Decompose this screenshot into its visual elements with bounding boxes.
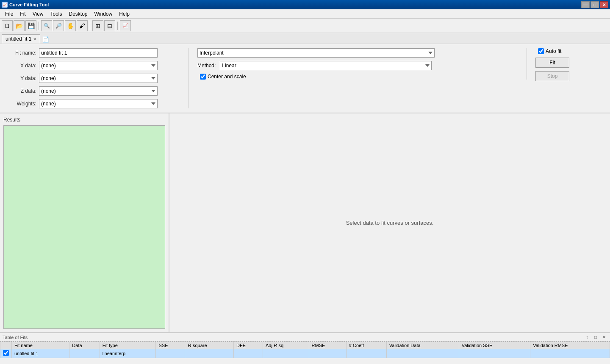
app-icon: 📈 [2,2,8,8]
new-tab-button[interactable]: 📄 [41,35,50,44]
app-title: Curve Fitting Tool [9,2,49,7]
weights-select[interactable]: (none) [39,99,158,108]
method-select[interactable]: Linear [220,61,432,70]
curve-fit-icon[interactable]: 📈 [120,20,131,31]
method-row: Method: Linear [197,61,518,70]
col-sse[interactable]: SSE [156,342,185,349]
open-button[interactable]: 📂 [14,20,25,31]
data-inputs: Fit name: X data: (none) Y data: (none) … [7,48,189,108]
tab-label: untitled fit 1 [6,36,31,42]
col-validation-rmse[interactable]: Validation RMSE [530,342,610,349]
fit-settings: Interpolant Method: Linear Center and sc… [189,48,527,80]
auto-fit-row: Auto fit [538,48,561,54]
col-adj-rsq[interactable]: Adj R-sq [263,342,309,349]
pan-button[interactable]: ✋ [65,20,76,31]
toolbar-separator-1 [39,22,39,30]
results-title: Results [3,117,165,123]
table-title: Table of Fits [3,335,28,340]
z-data-select[interactable]: (none) [39,86,158,96]
col-dfe[interactable]: DFE [234,342,263,349]
cell-dfe [234,349,263,358]
menu-window[interactable]: Window [91,10,116,18]
results-panel: Results [0,113,169,332]
auto-fit-label: Auto fit [546,48,561,54]
maximize-button[interactable]: □ [591,1,599,8]
y-data-label: Y data: [7,75,36,81]
toolbar-separator-3 [117,22,118,30]
center-scale-row: Center and scale [200,74,518,80]
menu-fit[interactable]: Fit [17,10,29,18]
tab-close-button[interactable]: ✕ [33,37,36,41]
center-scale-checkbox[interactable] [200,74,206,80]
table-expand-button[interactable]: ↕ [584,334,591,341]
table-row[interactable]: untitled fit 1 linearinterp [0,349,610,358]
col-rmse[interactable]: RMSE [309,342,346,349]
col-validation-sse[interactable]: Validation SSE [459,342,530,349]
fit-name-input[interactable] [39,48,158,58]
fits-table: Fit name Data Fit type SSE R-square DFE … [0,342,610,358]
table-float-button[interactable]: □ [592,334,599,341]
stop-button[interactable]: Stop [535,71,569,81]
col-validation-data[interactable]: Validation Data [386,342,459,349]
cell-rsquare [185,349,234,358]
toolbar: 🗋 📂 💾 🔍 🔎 ✋ 🖌 ⊞ ⊟ 📈 [0,19,610,33]
x-data-select[interactable]: (none) [39,61,158,70]
title-bar: 📈 Curve Fitting Tool — □ ✕ [0,0,610,9]
zoom-out-button[interactable]: 🔎 [53,20,64,31]
menu-tools[interactable]: Tools [47,10,65,18]
auto-fit-checkbox[interactable] [538,48,544,54]
brush-button[interactable]: 🖌 [77,20,88,31]
fit-name-row: Fit name: [7,48,180,58]
grid-toggle-button[interactable]: ⊞ [92,20,103,31]
cell-validation-data [386,349,459,358]
toolbar-separator-2 [90,22,90,30]
y-data-select[interactable]: (none) [39,74,158,83]
top-panel: Fit name: X data: (none) Y data: (none) … [0,44,610,113]
z-data-label: Z data: [7,88,36,94]
weights-row: Weights: (none) [7,99,180,108]
tab-untitled-fit-1[interactable]: untitled fit 1 ✕ [2,34,40,44]
minimize-button[interactable]: — [581,1,590,8]
col-coeff[interactable]: # Coeff [346,342,386,349]
results-area [3,125,165,329]
table-close-button[interactable]: ✕ [601,334,607,341]
fit-type-select[interactable]: Interpolant [197,48,435,58]
middle-section: Results Select data to fit curves or sur… [0,113,610,332]
zoom-in-button[interactable]: 🔍 [41,20,52,31]
fit-type-row: Interpolant [197,48,518,58]
col-rsquare[interactable]: R-square [185,342,234,349]
new-button[interactable]: 🗋 [2,20,13,31]
cell-fit-type: linearinterp [100,349,156,358]
fit-button[interactable]: Fit [535,58,569,68]
col-fit-name[interactable]: Fit name [12,342,69,349]
y-data-row: Y data: (none) [7,74,180,83]
method-label: Method: [197,63,216,69]
cell-validation-sse [459,349,530,358]
menu-file[interactable]: File [2,10,17,18]
menu-help[interactable]: Help [116,10,133,18]
x-data-row: X data: (none) [7,61,180,70]
cell-fit-name: untitled fit 1 [12,349,69,358]
col-checkbox [0,342,12,349]
cell-adj-rsq [263,349,309,358]
close-button[interactable]: ✕ [600,1,608,8]
main-content: Fit name: X data: (none) Y data: (none) … [0,44,610,364]
x-data-label: X data: [7,63,36,69]
plot-area: Select data to fit curves or surfaces. [169,113,610,332]
menu-desktop[interactable]: Desktop [66,10,91,18]
table-header-bar: Table of Fits ↕ □ ✕ [0,333,610,342]
col-data[interactable]: Data [69,342,100,349]
cell-coeff [346,349,386,358]
weights-label: Weights: [7,101,36,107]
tab-bar: untitled fit 1 ✕ 📄 [0,33,610,44]
cell-rmse [309,349,346,358]
save-button[interactable]: 💾 [25,20,36,31]
legend-button[interactable]: ⊟ [104,20,115,31]
menu-bar: File Fit View Tools Desktop Window Help [0,9,610,19]
col-fit-type[interactable]: Fit type [100,342,156,349]
row-checkbox[interactable] [3,350,9,356]
table-of-fits: Table of Fits ↕ □ ✕ Fit name Data Fit ty… [0,332,610,364]
cell-data [69,349,100,358]
z-data-row: Z data: (none) [7,86,180,96]
menu-view[interactable]: View [29,10,47,18]
